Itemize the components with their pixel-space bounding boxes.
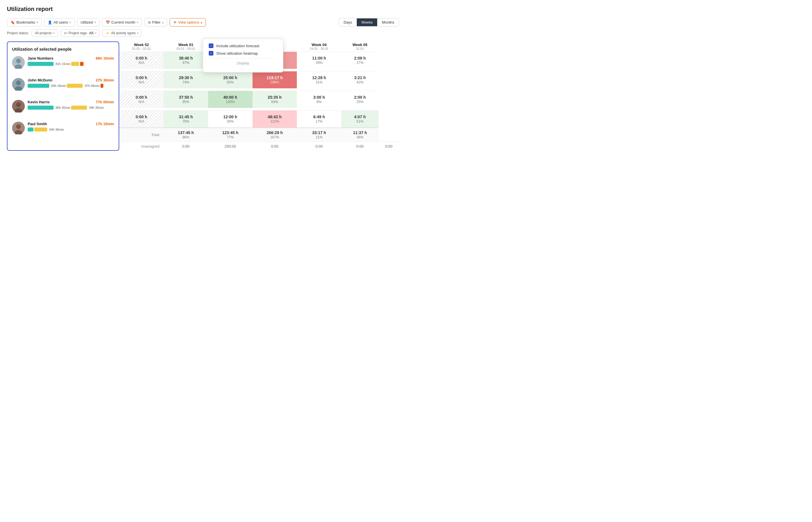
grid-cell: 38:40 h 97% [163, 52, 208, 69]
table-row: 0:00 h N/A 29:30 h 74% 2 [119, 71, 399, 88]
main-toolbar: 🔖 Bookmarks ▾ 👤 All users ▾ Utilized ▾ 📅… [7, 18, 399, 26]
grid-cell: 0:00 h N/A [119, 71, 163, 88]
all-users-button[interactable]: 👤 All users ▾ [44, 18, 75, 26]
chevron-up-icon: ▴ [162, 21, 163, 24]
chevron-down-icon: ▾ [95, 32, 96, 35]
weeks-toggle[interactable]: Weeks [357, 18, 378, 26]
list-item: John McDunn 27h 30min 69h 30min 97h 06mi… [12, 78, 114, 95]
project-status-button[interactable]: All projects ▾ [32, 29, 58, 37]
grid-cell: 0:00 h N/A [119, 110, 163, 127]
show-heatmap-checkbox[interactable]: ✓ [209, 51, 213, 56]
grid-cell: 250:00 [208, 142, 253, 151]
view-options-dropdown: ✓ Include utilization forecast ✓ Show ut… [203, 39, 283, 73]
grid-cell: 2:09 h 27% [341, 52, 379, 69]
grid-cell: 123:45 h 77% [208, 127, 253, 142]
chevron-down-icon: ▾ [53, 32, 55, 35]
bar-capacity [71, 62, 79, 66]
view-options-button[interactable]: 👁 View options ▴ [170, 18, 206, 26]
grid-cell: 6:49 h 17% [297, 110, 341, 127]
person-overtime: 66h 10min [96, 56, 114, 60]
filter-button[interactable]: ⊞ Filter ▴ [144, 18, 167, 26]
person-overtime: 17h 15min [96, 122, 114, 126]
chevron-down-icon: ▾ [37, 21, 38, 24]
person-name: John McDunn [27, 78, 53, 82]
grid-cell: 11:37 h 36% [341, 127, 379, 142]
display-divider: Display [209, 58, 277, 68]
grid-cell: 40:00 h 100% [208, 91, 253, 108]
grid-cell: 33:17 h 21% [297, 127, 341, 142]
chevron-up-icon: ▴ [201, 21, 202, 24]
grid-cell: 266:29 h 167% [253, 127, 297, 142]
total-label: Total: [119, 127, 163, 142]
bookmark-icon: 🔖 [11, 20, 15, 24]
grid-cell: 11:00 h 28% [297, 52, 341, 69]
activity-icon: ⚡ [106, 32, 110, 35]
utilized-button[interactable]: Utilized ▾ [77, 18, 100, 26]
bar-utilized [27, 84, 49, 88]
unassigned-label: Unassigned: [119, 142, 163, 151]
grid-cell: 0:00 [163, 142, 208, 151]
grid-cell: 48:42 h 122% [253, 110, 297, 127]
avatar [12, 56, 25, 69]
include-forecast-checkbox[interactable]: ✓ [209, 43, 213, 48]
include-forecast-option[interactable]: ✓ Include utilization forecast [209, 43, 277, 48]
bar-capacity [34, 127, 47, 132]
person-name: Jane Numbers [27, 56, 54, 60]
chevron-down-icon: ▾ [94, 21, 96, 24]
grid-cell: 0:00 [341, 142, 379, 151]
bookmarks-button[interactable]: 🔖 Bookmarks ▾ [7, 18, 42, 26]
grid-cell: 4:07 h 51% [341, 110, 379, 127]
eye-icon: 👁 [173, 20, 177, 24]
grid-cell: 25:35 h 64% [253, 91, 297, 108]
person-overtime: 27h 30min [96, 78, 114, 82]
total-row: Total: 137:45 h 86% 123:45 h 77% [119, 127, 399, 142]
user-icon: 👤 [48, 20, 52, 24]
grid-cell: 12:28 h 31% [297, 71, 341, 88]
days-toggle[interactable]: Days [339, 18, 357, 26]
bar-capacity [71, 106, 87, 109]
grid-cell: 25:00 h 63% [208, 71, 253, 88]
svg-point-1 [16, 59, 21, 63]
bar-utilized [27, 127, 33, 132]
secondary-toolbar: Project status: All projects ▾ 🏷 Project… [7, 29, 399, 37]
grid-col-week05: Week 05 31.01 [341, 41, 379, 52]
person-overtime: 77h 00min [96, 100, 114, 104]
list-item: Kevin Harris 77h 00min 86h 35min 59h 35m… [12, 100, 114, 117]
filter-icon: ⊞ [148, 20, 151, 24]
main-content: Utilization of selected people Jane Numb… [7, 41, 399, 151]
chevron-down-icon: ▾ [137, 21, 138, 24]
avatar [12, 100, 25, 113]
avatar [12, 122, 25, 134]
table-row: 0:00 h N/A 37:50 h 95% 4 [119, 91, 399, 108]
bar-utilized [27, 106, 54, 109]
grid-cell: 0:00 [379, 142, 399, 151]
grid-cell: 12:00 h 30% [208, 110, 253, 127]
person-name: Kevin Harris [27, 100, 50, 104]
grid-cell: 37:50 h 95% [163, 91, 208, 108]
svg-point-7 [16, 102, 21, 107]
avatar [12, 78, 25, 91]
grid-cell: 119:17 h 298% [253, 71, 297, 88]
project-tags-label: Project tags: [69, 31, 88, 35]
unassigned-row: Unassigned: 0:00 250:00 0:00 0:00 0:00 0… [119, 142, 399, 151]
bar-capacity [67, 84, 83, 88]
grid-cell: 0:00 [253, 142, 297, 151]
chevron-down-icon: ▾ [137, 32, 138, 35]
grid-cell: 29:30 h 74% [163, 71, 208, 88]
grid-col-week01: Week 01 03.01 - 09.01 [163, 41, 208, 52]
activity-types-button[interactable]: ⚡ All activity types ▾ [102, 29, 142, 37]
months-toggle[interactable]: Months [377, 18, 399, 26]
show-heatmap-option[interactable]: ✓ Show utilization heatmap [209, 51, 277, 56]
grid-cell: 137:45 h 86% [163, 127, 208, 142]
grid-cell: 2:00 h 25% [341, 91, 379, 108]
calendar-icon: 📅 [106, 20, 110, 24]
svg-point-4 [16, 81, 21, 85]
bar-overtime [80, 62, 83, 66]
grid-col-week52: Week 52 01.01 - 02.01 [119, 41, 163, 52]
bar-overtime [100, 84, 103, 88]
panel-title: Utilization of selected people [12, 47, 114, 52]
current-month-button[interactable]: 📅 Current month ▾ [102, 18, 142, 26]
grid-cell: 3:21 h 42% [341, 71, 379, 88]
project-tags-button[interactable]: 🏷 Project tags: All ▾ [61, 29, 100, 37]
chevron-down-icon: ▾ [70, 21, 71, 24]
